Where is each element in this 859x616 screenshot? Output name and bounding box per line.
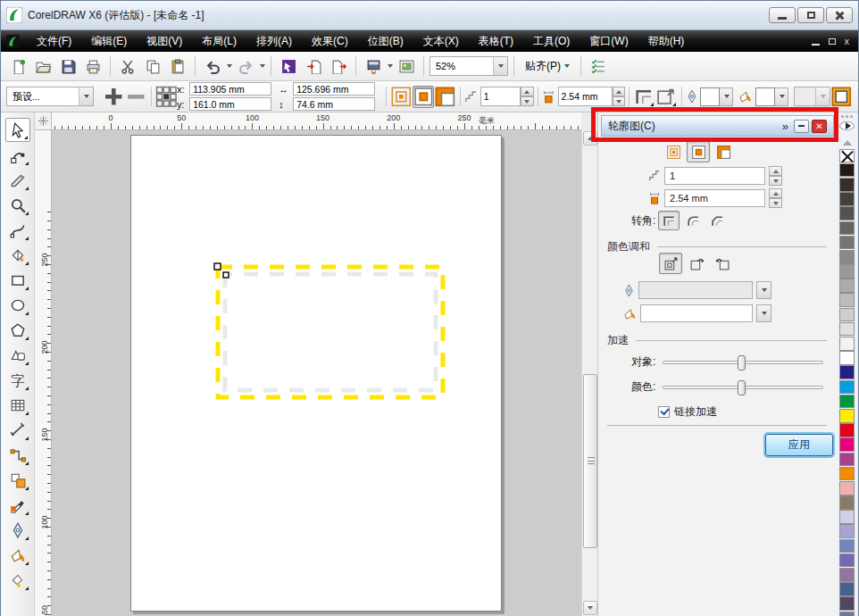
y-position-field[interactable]: 161.0 mm xyxy=(189,97,271,111)
contour-steps-field[interactable]: 1 xyxy=(480,87,521,106)
save-button[interactable] xyxy=(56,54,79,78)
color-acceleration-slider[interactable] xyxy=(663,386,823,389)
color-eyedropper-tool[interactable] xyxy=(5,493,30,517)
fill-color-combo[interactable] xyxy=(755,87,788,106)
docker-to-center-button[interactable] xyxy=(662,141,685,162)
ruler-origin-button[interactable] xyxy=(35,112,52,130)
import-button[interactable] xyxy=(302,54,325,78)
document-close-button[interactable]: x xyxy=(845,37,850,46)
color-swatch[interactable] xyxy=(839,178,855,192)
undo-button[interactable] xyxy=(201,54,224,78)
color-swatch[interactable] xyxy=(839,423,855,437)
rectangle-tool[interactable] xyxy=(5,268,30,292)
color-swatch[interactable] xyxy=(839,582,855,596)
menu-item-3[interactable]: 视图(V) xyxy=(137,30,192,53)
palette-grip-icon[interactable] xyxy=(841,115,853,118)
zoom-tool[interactable] xyxy=(5,193,30,217)
crop-tool[interactable] xyxy=(5,168,30,192)
paste-button[interactable] xyxy=(166,54,189,78)
miter-corner-button[interactable] xyxy=(658,211,680,230)
color-swatch[interactable] xyxy=(839,568,855,582)
chevron-down-icon[interactable] xyxy=(227,64,232,68)
node-handle[interactable] xyxy=(223,272,229,278)
ellipse-tool[interactable] xyxy=(5,293,30,317)
color-swatch[interactable] xyxy=(839,279,855,293)
palette-flyout-button[interactable] xyxy=(839,121,855,130)
color-swatch[interactable] xyxy=(839,596,855,611)
menu-item-12[interactable]: 帮助(H) xyxy=(638,30,695,53)
docker-steps-field[interactable]: 1 xyxy=(664,167,765,185)
slider-thumb[interactable] xyxy=(738,380,746,395)
docker-offset-field[interactable]: 2.54 mm xyxy=(664,189,765,207)
menu-item-4[interactable]: 布局(L) xyxy=(192,30,246,53)
menu-item-7[interactable]: 位图(B) xyxy=(358,30,413,53)
color-swatch[interactable] xyxy=(839,554,855,568)
outline-color-dropdown[interactable] xyxy=(756,281,771,299)
object-acceleration-slider[interactable] xyxy=(663,361,823,364)
color-swatch[interactable] xyxy=(839,437,855,452)
presets-dropdown-button[interactable] xyxy=(79,87,93,105)
docker-collapse-button[interactable]: » xyxy=(782,120,788,133)
scroll-up-button[interactable] xyxy=(583,131,597,146)
menu-item-11[interactable]: 窗口(W) xyxy=(580,30,638,53)
color-swatch[interactable] xyxy=(839,322,855,337)
color-swatch[interactable] xyxy=(839,264,855,279)
smart-fill-tool[interactable] xyxy=(5,243,30,267)
docker-inside-contour-button[interactable] xyxy=(687,141,710,162)
contour-corners-button[interactable] xyxy=(633,86,655,108)
selection-rect[interactable] xyxy=(218,267,443,397)
document-minimize-button[interactable] xyxy=(812,44,820,46)
scroll-down-button[interactable] xyxy=(583,601,597,615)
export-button[interactable] xyxy=(327,54,350,78)
menu-item-10[interactable]: 工具(O) xyxy=(523,30,580,53)
color-swatch[interactable] xyxy=(839,453,855,467)
interactive-fill-tool[interactable] xyxy=(5,568,30,592)
fill-color-dropdown[interactable] xyxy=(775,87,788,106)
scrollbar-thumb[interactable] xyxy=(583,374,597,548)
welcome-screen-button[interactable] xyxy=(395,54,418,78)
no-color-swatch[interactable] xyxy=(839,149,855,163)
counterclockwise-blend-button[interactable] xyxy=(711,253,734,274)
zoom-dropdown-button[interactable] xyxy=(493,57,507,75)
docker-minimize-button[interactable] xyxy=(794,120,809,133)
link-acceleration-checkbox[interactable] xyxy=(658,406,670,418)
linear-blend-button[interactable] xyxy=(659,253,682,274)
color-swatch[interactable] xyxy=(839,539,855,554)
new-document-button[interactable] xyxy=(6,54,29,78)
menu-item-9[interactable]: 表格(T) xyxy=(469,30,523,53)
basic-shapes-tool[interactable] xyxy=(5,343,30,367)
color-swatch[interactable] xyxy=(839,163,855,178)
menu-item-5[interactable]: 排列(A) xyxy=(246,30,302,53)
color-swatch[interactable] xyxy=(839,612,855,616)
vertical-scrollbar[interactable] xyxy=(581,130,597,616)
color-swatch[interactable] xyxy=(839,221,855,236)
chevron-down-icon[interactable] xyxy=(388,64,393,68)
connector-tool[interactable] xyxy=(5,443,30,467)
outline-color-combo[interactable] xyxy=(700,87,733,106)
menu-item-2[interactable]: 编辑(E) xyxy=(81,30,137,53)
presets-combo[interactable]: 预设... xyxy=(6,87,94,106)
color-swatch[interactable] xyxy=(839,351,855,365)
contour-offset-spinner[interactable] xyxy=(613,87,626,106)
round-corner-button[interactable] xyxy=(682,211,704,230)
minimize-button[interactable] xyxy=(769,7,796,23)
add-preset-button[interactable] xyxy=(103,86,125,108)
outline-color-dropdown[interactable] xyxy=(720,87,733,106)
docker-offset-spinner[interactable] xyxy=(769,188,782,208)
contour-steps-spinner[interactable] xyxy=(521,87,534,106)
search-content-button[interactable] xyxy=(277,54,300,78)
chevron-down-icon[interactable] xyxy=(260,64,265,68)
color-swatch[interactable] xyxy=(839,495,855,510)
vertical-ruler[interactable]: 50100150200250 xyxy=(35,130,52,616)
delete-preset-button[interactable] xyxy=(125,86,147,108)
fill-color-field[interactable] xyxy=(640,304,753,322)
node-handle[interactable] xyxy=(214,263,221,270)
color-swatch[interactable] xyxy=(839,380,855,395)
color-swatch[interactable] xyxy=(839,510,855,524)
dimension-tool[interactable] xyxy=(5,418,30,442)
copy-button[interactable] xyxy=(141,54,164,78)
cut-button[interactable] xyxy=(116,54,139,78)
color-swatch[interactable] xyxy=(839,250,855,264)
options-button[interactable] xyxy=(587,54,610,78)
fill-tool[interactable] xyxy=(5,543,30,567)
